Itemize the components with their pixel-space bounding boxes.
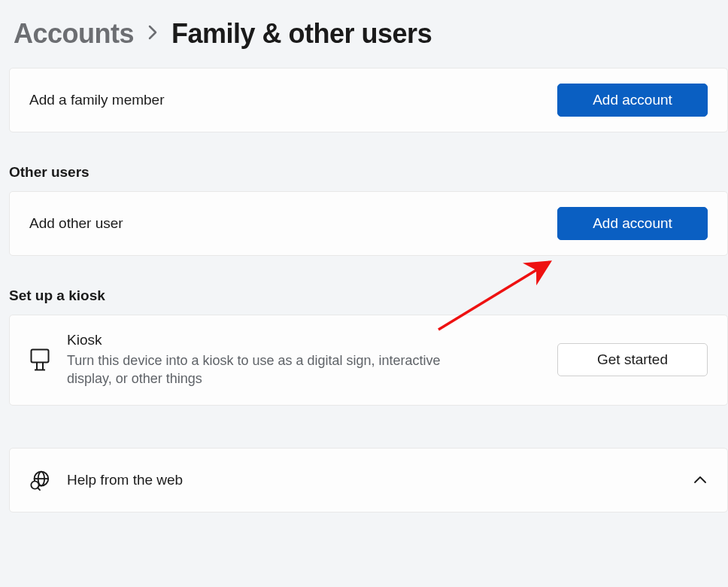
kiosk-title: Kiosk	[67, 332, 473, 348]
kiosk-get-started-button[interactable]: Get started	[557, 343, 708, 376]
kiosk-description: Turn this device into a kiosk to use as …	[67, 351, 473, 388]
breadcrumb: Accounts Family & other users	[9, 18, 728, 50]
kiosk-header: Set up a kiosk	[9, 287, 728, 304]
family-card: Add a family member Add account	[9, 68, 728, 132]
other-users-header: Other users	[9, 164, 728, 181]
add-other-user-button[interactable]: Add account	[557, 207, 708, 240]
add-family-member-label: Add a family member	[29, 92, 165, 108]
chevron-right-icon	[147, 23, 158, 46]
chevron-up-icon[interactable]	[693, 473, 708, 488]
add-other-user-label: Add other user	[29, 215, 123, 232]
kiosk-icon	[29, 348, 50, 371]
add-family-account-button[interactable]: Add account	[557, 84, 708, 117]
svg-line-8	[38, 488, 40, 490]
svg-rect-0	[32, 350, 49, 363]
page-title: Family & other users	[171, 18, 432, 50]
kiosk-card: Kiosk Turn this device into a kiosk to u…	[9, 315, 728, 406]
help-card[interactable]: Help from the web	[9, 448, 728, 512]
globe-search-icon	[29, 470, 50, 491]
help-title: Help from the web	[67, 472, 183, 488]
breadcrumb-parent[interactable]: Accounts	[14, 18, 134, 50]
other-users-card: Add other user Add account	[9, 191, 728, 256]
